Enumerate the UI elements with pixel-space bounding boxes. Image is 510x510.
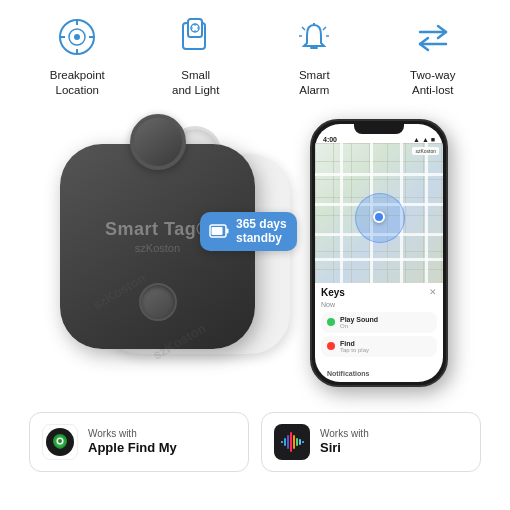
svg-point-25 [58,439,62,443]
siri-icon [276,426,308,458]
find-my-text: Works with Apple Find My [88,428,177,456]
list-close[interactable]: ✕ [429,287,437,297]
standby-text: 365 days standby [236,217,287,246]
play-sound-card: Play Sound On [321,312,437,333]
map-area: szKoston [315,143,443,283]
feature-breakpoint: Breakpoint Location [27,14,127,98]
tag-button [139,283,177,321]
find-my-small-text: Works with [88,428,177,440]
find-my-big-text: Apple Find My [88,440,177,456]
siri-badge: Works with Siri [261,412,481,472]
find-sub: Tap to play [340,347,431,353]
svg-rect-8 [188,19,202,37]
play-sound-label: Play Sound [340,316,431,323]
find-my-badge: Works with Apple Find My [29,412,249,472]
siri-big-text: Siri [320,440,369,456]
feature-two-way-label: Two-wayAnti-lost [410,68,455,98]
find-label: Find [340,340,431,347]
map-road-h1 [315,173,443,176]
two-way-icon [409,14,457,62]
standby-badge: 365 days standby [200,212,297,251]
keys-sub: Now [321,301,437,308]
status-icons: ▲ ▲ ■ [413,136,435,143]
notifications-section: Notifications [321,360,437,382]
phone-list-area: Keys ✕ Now Play Sound On Fi [315,283,443,382]
breakpoint-icon [53,14,101,62]
tag-sublabel: szKoston [135,242,180,254]
feature-small-light-label: Smalland Light [172,68,219,98]
siri-small-text: Works with [320,428,369,440]
small-light-icon [172,14,220,62]
play-sound-sub: On [340,323,431,329]
feature-smart-alarm-label: SmartAlarm [299,68,330,98]
phone-screen: 4:00 ▲ ▲ ■ szKoston [315,124,443,382]
feature-two-way: Two-wayAnti-lost [383,14,483,98]
main-content: 365 days standby Smart Tag® szKoston szK… [0,104,510,404]
siri-text: Works with Siri [320,428,369,456]
map-pin [373,211,385,223]
find-dot [327,342,335,350]
bottom-badges: Works with Apple Find My Works with Sir [0,404,510,480]
map-road-v1 [340,143,343,283]
svg-rect-22 [226,229,229,234]
map-road-v4 [425,143,428,283]
phone-body: 4:00 ▲ ▲ ■ szKoston [310,119,448,387]
features-row: Breakpoint Location Smalland Light [0,0,510,104]
map-label: szKoston [412,147,439,155]
play-sound-dot [327,318,335,326]
smart-alarm-icon [290,14,338,62]
svg-rect-21 [212,227,223,235]
battery-icon [208,220,230,242]
find-my-icon-wrap [42,424,78,460]
phone-list-header: Keys ✕ [321,287,437,298]
feature-smart-alarm: SmartAlarm [264,14,364,98]
svg-point-2 [74,34,80,40]
phone-notch [354,124,404,134]
svg-line-16 [302,27,305,30]
device-container: Smart Tag® szKoston szKoston szKoston [60,124,300,384]
siri-icon-wrap [274,424,310,460]
find-card: Find Tap to play [321,336,437,357]
feature-breakpoint-label: Breakpoint Location [27,68,127,98]
map-road-h4 [315,258,443,261]
find-my-icon [44,426,76,458]
svg-line-17 [323,27,326,30]
status-time: 4:00 [323,136,337,143]
keys-title: Keys [321,287,345,298]
feature-small-light: Smalland Light [146,14,246,98]
notif-label: Notifications [327,370,369,377]
phone-container: 4:00 ▲ ▲ ■ szKoston [310,119,450,389]
tag-label: Smart Tag® [105,219,210,240]
